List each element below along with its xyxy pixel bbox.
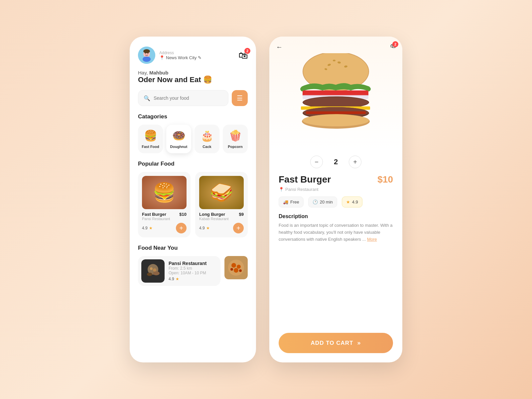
doughnut-label: Doughnut: [170, 145, 188, 149]
restaurant-pin-icon: 📍: [279, 187, 284, 192]
long-burger-price: $9: [239, 212, 244, 217]
near-star-icon: ★: [176, 277, 179, 281]
add-to-cart-button[interactable]: ADD TO CART »: [279, 333, 393, 353]
near-restaurant-from: From: 2.5 km: [169, 266, 217, 271]
filter-button[interactable]: ☰: [232, 90, 248, 106]
fast-burger-name: Fast Burger: [142, 212, 170, 217]
left-screen: Address 📍 News Work City ✎ 🛍 2 Hay, Mahb…: [130, 37, 256, 362]
arrow-icon: »: [357, 339, 361, 346]
greeting: Hay, Mahbub Oder Now and Eat 🍔: [138, 70, 248, 84]
city-row: 📍 News Work City ✎: [159, 55, 201, 60]
long-burger-name: Long Burger: [199, 212, 229, 217]
cart-button[interactable]: 🛍 2: [238, 50, 248, 61]
product-details: Fast Burger $10 📍 Pansi Restaurant 🚚 Fre…: [269, 172, 402, 328]
time-meta: 🕐 20 min: [308, 197, 337, 207]
popular-food-section: Popular Food 🍔 Fast Burger Pansi Restaur…: [138, 161, 248, 237]
fast-burger-image: 🍔: [142, 176, 187, 209]
address-label: Address: [159, 51, 201, 55]
cack-label: Cack: [202, 145, 211, 149]
near-restaurant-open: Open: 10AM - 10 PM: [169, 271, 217, 275]
rating-value: 4.9: [352, 200, 358, 204]
product-main-image: [293, 53, 379, 133]
add-fast-burger-button[interactable]: +: [176, 223, 187, 233]
popular-food-title: Popular Food: [138, 161, 248, 167]
minus-icon: −: [315, 158, 319, 166]
filter-icon: ☰: [237, 94, 243, 102]
doughnut-icon: 🍩: [172, 129, 186, 142]
fast-burger-bottom: 4.9 ★ +: [142, 223, 187, 233]
meta-row: 🚚 Free 🕐 20 min ★ 4.9: [279, 197, 393, 207]
categories-section: Catagories 🍔 Fast Food 🍩 Doughnut 🎂 Cack…: [138, 113, 248, 153]
fast-burger-price: $10: [179, 212, 187, 217]
food-card-long-burger[interactable]: 🥪 Long Burger Kabab Restaurant $9 4.9 ★: [195, 172, 248, 237]
food-near-title: Food Near You: [138, 245, 248, 251]
near-restaurant-card[interactable]: Pansi Restaurant From: 2.5 km Open: 10AM…: [138, 256, 220, 286]
svg-point-35: [303, 114, 369, 126]
cart-button-detail[interactable]: 🛍 2: [390, 43, 396, 49]
categories-title: Catagories: [138, 113, 248, 120]
popular-food-row: 🍔 Fast Burger Pansi Restaurant $10 4.9 ★: [138, 172, 248, 237]
svg-point-16: [234, 268, 238, 273]
header-row: Address 📍 News Work City ✎ 🛍 2: [138, 47, 248, 64]
star-icon: ★: [149, 226, 153, 230]
near-restaurant-image: [141, 259, 165, 283]
svg-point-13: [228, 260, 244, 276]
product-image-area: ← 🛍 2: [269, 37, 402, 150]
popcorn-icon: 🍿: [229, 129, 242, 142]
category-fast-food[interactable]: 🍔 Fast Food: [138, 125, 163, 153]
city-name: News Work City: [166, 55, 197, 60]
near-restaurant-info: Pansi Restaurant From: 2.5 km Open: 10AM…: [169, 261, 217, 281]
hey-text: Hay, Mahbub: [138, 70, 248, 75]
long-burger-bottom: 4.9 ★ +: [199, 223, 244, 233]
description-title: Description: [279, 213, 393, 219]
long-burger-rating: 4.9 ★: [199, 226, 210, 230]
search-input[interactable]: [154, 95, 223, 101]
near-rating-value: 4.9: [169, 277, 174, 281]
location-icon: 📍: [159, 55, 165, 60]
cart-badge-detail: 2: [392, 41, 398, 47]
food-card-fast-burger[interactable]: 🍔 Fast Burger Pansi Restaurant $10 4.9 ★: [138, 172, 191, 237]
svg-point-10: [150, 267, 153, 270]
search-box: 🔍: [138, 90, 228, 106]
svg-point-18: [239, 269, 242, 272]
fast-burger-rating-value: 4.9: [142, 226, 148, 230]
categories-row: 🍔 Fast Food 🍩 Doughnut 🎂 Cack 🍿 Popcorn: [138, 125, 248, 153]
decrease-quantity-button[interactable]: −: [310, 156, 323, 168]
back-button[interactable]: ←: [276, 43, 283, 51]
add-long-burger-button[interactable]: +: [233, 223, 244, 233]
svg-point-25: [333, 60, 335, 62]
svg-point-5: [143, 49, 150, 53]
more-link[interactable]: More: [367, 237, 377, 242]
long-burger-image: 🥪: [199, 176, 244, 209]
restaurant-name: Pansi Restaurant: [285, 187, 319, 192]
fast-food-label: Fast Food: [142, 145, 159, 149]
rating-star-icon: ★: [346, 200, 350, 204]
category-doughnut[interactable]: 🍩 Doughnut: [166, 125, 191, 153]
svg-point-8: [147, 273, 152, 276]
quantity-row: − 2 +: [269, 150, 402, 172]
food-near-section: Food Near You Pansi Res: [138, 245, 248, 286]
rating-meta: ★ 4.9: [342, 197, 362, 207]
quantity-value: 2: [331, 158, 341, 166]
clock-icon: 🕐: [313, 200, 318, 204]
svg-point-14: [231, 263, 236, 268]
search-row: 🔍 ☰: [138, 90, 248, 106]
svg-point-17: [230, 268, 233, 271]
fast-burger-rating: 4.9 ★: [142, 226, 153, 230]
category-popcorn[interactable]: 🍿 Popcorn: [223, 125, 248, 153]
time-label: 20 min: [320, 200, 333, 204]
delivery-label: Free: [290, 200, 299, 204]
svg-point-2: [143, 57, 151, 62]
near-secondary-image: [224, 256, 248, 279]
fast-food-icon: 🍔: [144, 129, 157, 142]
cack-icon: 🎂: [200, 129, 214, 142]
svg-point-9: [153, 271, 160, 275]
product-price: $10: [377, 174, 393, 185]
product-name: Fast Burger: [279, 174, 331, 185]
increase-quantity-button[interactable]: +: [349, 156, 361, 168]
product-restaurant: 📍 Pansi Restaurant: [279, 187, 393, 192]
near-restaurant-rating: 4.9 ★: [169, 277, 217, 281]
category-cack[interactable]: 🎂 Cack: [195, 125, 219, 153]
svg-rect-26: [303, 90, 368, 96]
description-text: Food is an important topic of conversati…: [279, 222, 393, 243]
